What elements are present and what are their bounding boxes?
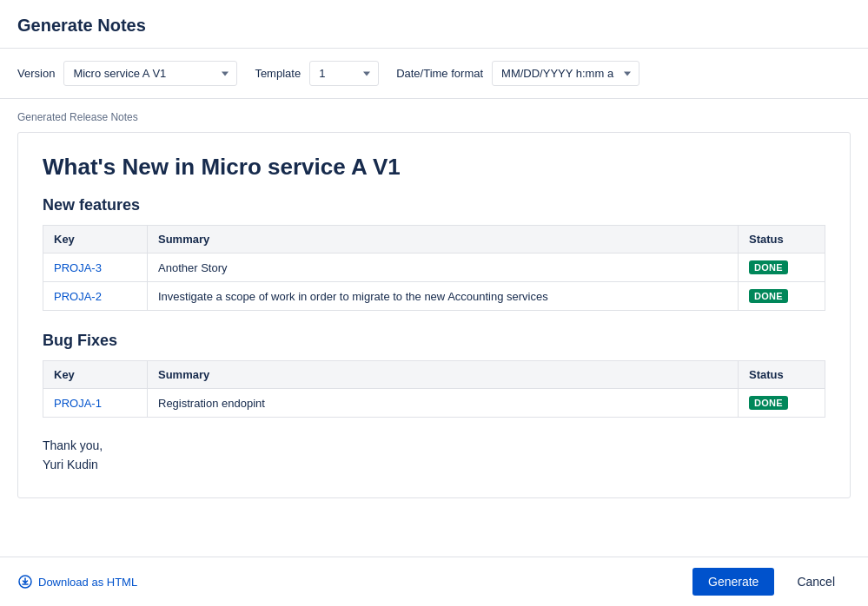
features-table: Key Summary Status PROJA-3 Another Story… [43,225,825,311]
status-cell: DONE [739,389,825,418]
release-notes-box: What's New in Micro service A V1 New fea… [17,132,851,498]
status-badge: DONE [749,289,788,303]
download-icon [17,574,33,590]
closing-line1: Thank you, [43,438,825,452]
datetime-select-wrapper: MM/DD/YYYY h:mm a [492,61,639,86]
bugfixes-table: Key Summary Status PROJA-1 Registration … [43,360,825,418]
footer-buttons: Generate Cancel [692,568,851,596]
summary-cell: Another Story [148,254,739,282]
closing-line2: Yuri Kudin [43,458,825,471]
summary-cell: Investigate a scope of work in order to … [148,282,739,311]
table-row: PROJA-2 Investigate a scope of work in o… [43,282,825,311]
summary-cell: Registration endopint [148,389,739,418]
footer-bar: Download as HTML Generate Cancel [0,557,868,606]
key-cell: PROJA-3 [43,254,148,282]
status-badge: DONE [749,396,788,410]
page-title: Generate Notes [17,16,851,36]
table-row: PROJA-1 Registration endopint DONE [43,389,825,418]
datetime-label: Date/Time format [396,67,483,80]
key-link[interactable]: PROJA-1 [54,397,102,410]
bugfixes-col-summary: Summary [148,361,739,389]
key-link[interactable]: PROJA-3 [54,261,102,274]
controls-row: Version Micro service A V1 Template 1 Da… [0,49,868,99]
status-cell: DONE [739,254,825,282]
page-header: Generate Notes [0,0,868,49]
bugfixes-title: Bug Fixes [43,332,825,350]
template-select[interactable]: 1 [309,61,379,86]
features-title: New features [43,196,825,214]
download-html-link[interactable]: Download as HTML [17,574,137,590]
key-cell: PROJA-1 [43,389,148,418]
template-select-wrapper: 1 [309,61,379,86]
status-badge: DONE [749,260,788,274]
content-area: Generated Release Notes What's New in Mi… [0,99,868,557]
cancel-button[interactable]: Cancel [781,568,851,596]
section-label: Generated Release Notes [17,111,851,123]
features-col-status: Status [739,226,825,254]
version-select-wrapper: Micro service A V1 [63,61,237,86]
status-cell: DONE [739,282,825,311]
features-col-summary: Summary [148,226,739,254]
version-select[interactable]: Micro service A V1 [63,61,237,86]
bugfixes-col-key: Key [43,361,148,389]
bugfixes-col-status: Status [739,361,825,389]
datetime-control-group: Date/Time format MM/DD/YYYY h:mm a [396,61,639,86]
download-label: Download as HTML [38,576,137,589]
features-col-key: Key [43,226,148,254]
generate-button[interactable]: Generate [692,568,774,596]
datetime-select[interactable]: MM/DD/YYYY h:mm a [492,61,639,86]
version-label: Version [17,67,55,80]
key-link[interactable]: PROJA-2 [54,290,102,303]
bugfixes-header-row: Key Summary Status [43,361,825,389]
template-control-group: Template 1 [255,61,379,86]
rn-main-title: What's New in Micro service A V1 [43,154,825,181]
table-row: PROJA-3 Another Story DONE [43,254,825,282]
key-cell: PROJA-2 [43,282,148,311]
features-header-row: Key Summary Status [43,226,825,254]
version-control-group: Version Micro service A V1 [17,61,237,86]
page-container: Generate Notes Version Micro service A V… [0,0,868,606]
template-label: Template [255,67,301,80]
